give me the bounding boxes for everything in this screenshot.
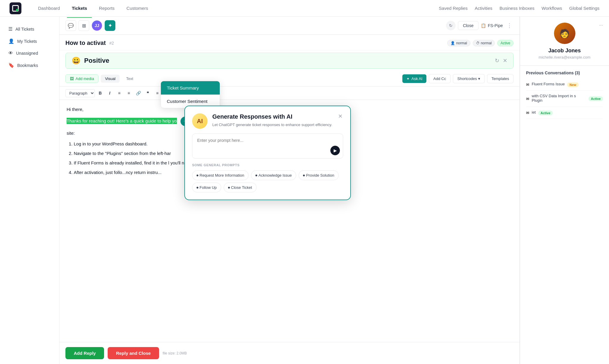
paragraph-select[interactable]: Paragraph [65, 89, 95, 97]
sentiment-bar: 😀 Positive ↻ ✕ [65, 53, 514, 69]
file-size-info: file size: 2.0MB [163, 351, 187, 355]
conv-item-3[interactable]: ✉ iet Active [526, 107, 603, 119]
chip-dot-1 [255, 175, 257, 176]
templates-btn[interactable]: Templates [487, 74, 514, 83]
nav-saved-replies[interactable]: Saved Replies [439, 6, 468, 11]
add-media-btn[interactable]: 🖼 Add media [65, 74, 98, 83]
ai-send-btn[interactable]: ▶ [330, 146, 340, 155]
nav-global-settings[interactable]: Global Settings [569, 6, 599, 11]
nav-dashboard[interactable]: Dashboard [33, 3, 65, 13]
shortcodes-label: Shortcodes [457, 76, 477, 81]
more-options-btn[interactable]: ⋮ [505, 21, 514, 30]
priority-badge-2: ⏱ normal [473, 40, 495, 46]
chip-label-3: Follow Up [200, 185, 217, 190]
bookmarks-icon: 🔖 [8, 62, 14, 68]
shortcodes-btn[interactable]: Shortcodes ▾ [453, 74, 485, 83]
ask-ai-btn[interactable]: Ask AI [402, 74, 426, 83]
refresh-btn[interactable]: ↻ [446, 21, 456, 30]
status-badge: Active [497, 40, 514, 46]
sidebar-item-my-tickets[interactable]: 👤 My Tickets [2, 35, 57, 47]
reply-toolbar: 🖼 Add media Visual Text Ask AI Add Cc Sh… [59, 71, 519, 87]
top-navigation: Dashboard Tickets Reports Customers Save… [0, 0, 609, 17]
ai-modal-title: Generate Responses with AI [212, 113, 332, 120]
ai-modal: AI Generate Responses with AI Let ChatGP… [184, 106, 351, 200]
ai-prompt-input[interactable] [197, 138, 338, 153]
nav-workflows[interactable]: Workflows [541, 6, 562, 11]
ai-chip-0[interactable]: Request More Information [192, 170, 249, 180]
customer-avatar: 🧑 [554, 23, 575, 44]
details-view-btn[interactable]: ⊞ [79, 20, 89, 31]
ai-sparkle-toolbar-btn[interactable]: ✦ [105, 20, 115, 31]
sidebar-item-all-tickets[interactable]: ☰ All Tickets [2, 23, 57, 35]
conv-item-1[interactable]: ✉ Fluent Forms Issue New [526, 79, 603, 91]
sidebar-item-bookmarks[interactable]: 🔖 Bookmarks [2, 59, 57, 71]
close-ticket-btn[interactable]: Close [458, 21, 479, 30]
ai-tooltip-dropdown: Ticket Summary Customer Sentiment [161, 81, 220, 108]
conv-item-2[interactable]: ✉ with CSV Data Import in s Plugin Activ… [526, 91, 603, 107]
nav-reports[interactable]: Reports [94, 3, 120, 13]
sidebar-label-my-tickets: My Tickets [17, 39, 37, 44]
nav-right: Saved Replies Activities Business Inboxe… [439, 6, 599, 11]
align-left-btn[interactable]: ≡ [153, 89, 161, 97]
ai-modal-header: AI Generate Responses with AI Let ChatGP… [185, 106, 350, 134]
customer-more-btn[interactable]: ··· [599, 23, 603, 28]
nav-customers[interactable]: Customers [122, 3, 153, 13]
priority-label-2: normal [481, 41, 492, 45]
ordered-list-btn[interactable]: ≡ [125, 89, 133, 97]
ai-chip-3[interactable]: Follow Up [192, 183, 221, 192]
conv-badge-1: New [567, 82, 579, 87]
sentiment-close-btn[interactable]: ✕ [503, 57, 507, 64]
unassigned-icon: 👁 [8, 51, 13, 56]
action-bar: Add Reply Reply and Close file size: 2.0… [59, 342, 519, 364]
inbox-label[interactable]: 📋 FS-Pipe [481, 23, 503, 28]
ai-modal-icon: AI [192, 113, 208, 129]
ai-modal-close-btn[interactable]: ✕ [336, 112, 344, 120]
sidebar-label-all-tickets: All Tickets [15, 27, 34, 32]
inbox-icon: 📋 [481, 23, 486, 28]
ai-chip-1[interactable]: Acknowledge Issue [251, 170, 296, 180]
sidebar-label-bookmarks: Bookmarks [17, 63, 38, 68]
chip-label-4: Close Ticket [231, 185, 252, 190]
app-logo[interactable] [10, 2, 21, 14]
conv-badge-3: Active [538, 111, 553, 115]
ticket-title: How to activat [65, 40, 106, 46]
link-btn[interactable]: 🔗 [134, 89, 142, 97]
ai-chip-2[interactable]: Provide Solution [299, 170, 339, 180]
nav-tickets[interactable]: Tickets [67, 3, 92, 13]
add-cc-btn[interactable]: Add Cc [429, 74, 451, 83]
format-toolbar: Paragraph B I ≡ ≡ 🔗 ❝ ≡ ≡ ≡ [59, 87, 519, 100]
reply-and-close-btn[interactable]: Reply and Close [108, 347, 159, 359]
customer-email: michelle.rivera@example.com [526, 55, 603, 59]
ticket-number: #2 [109, 41, 114, 46]
ai-prompt-area[interactable]: ▶ [192, 134, 343, 159]
right-panel: 🧑 Jacob Jones michelle.rivera@example.co… [520, 17, 609, 364]
conv-icon-2: ✉ [526, 97, 529, 101]
sentiment-label: Positive [84, 57, 109, 65]
priority-icon-1: 👤 [451, 41, 455, 45]
ai-chip-4[interactable]: Close Ticket [224, 183, 257, 192]
agent-avatar-btn[interactable]: JJ [92, 20, 102, 31]
italic-btn[interactable]: I [106, 89, 114, 97]
ai-dropdown-ticket-summary[interactable]: Ticket Summary [161, 81, 220, 95]
add-reply-btn[interactable]: Add Reply [65, 347, 104, 359]
priority-icon-2: ⏱ [476, 41, 480, 45]
priority-badge-1: 👤 normal [447, 40, 470, 46]
unordered-list-btn[interactable]: ≡ [115, 89, 123, 97]
conv-badge-2: Active [588, 96, 603, 101]
conversation-view-btn[interactable]: 💬 [65, 20, 76, 31]
sidebar: ☰ All Tickets 👤 My Tickets 👁 Unassigned … [0, 17, 59, 364]
sentiment-refresh-btn[interactable]: ↻ [495, 57, 499, 64]
blockquote-btn[interactable]: ❝ [144, 89, 152, 97]
bold-btn[interactable]: B [96, 89, 104, 97]
all-tickets-icon: ☰ [8, 26, 12, 32]
sidebar-item-unassigned[interactable]: 👁 Unassigned [2, 48, 57, 59]
nav-business-inboxes[interactable]: Business Inboxes [500, 6, 535, 11]
ai-modal-text: Generate Responses with AI Let ChatGPT g… [212, 113, 332, 128]
chip-dot-3 [197, 187, 198, 189]
visual-tab[interactable]: Visual [101, 75, 120, 83]
conv-title-3: iet [532, 110, 536, 114]
text-tab[interactable]: Text [122, 75, 137, 83]
priority-label-1: normal [456, 41, 467, 45]
ai-modal-description: Let ChatGPT generate ticket responses to… [212, 122, 332, 128]
nav-activities[interactable]: Activities [475, 6, 492, 11]
